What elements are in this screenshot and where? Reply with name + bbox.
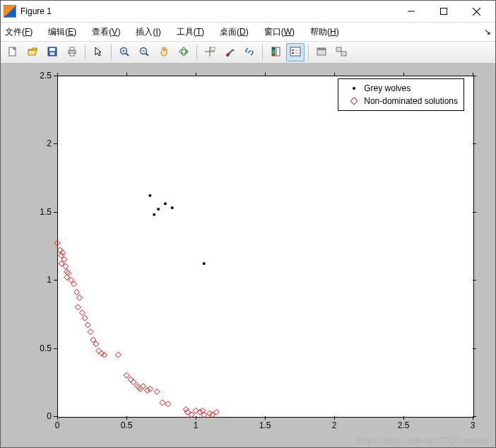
- save-button[interactable]: [43, 43, 61, 61]
- svg-rect-10: [70, 47, 74, 50]
- svg-rect-11: [70, 53, 74, 56]
- new-button[interactable]: [4, 43, 22, 61]
- data-point: [115, 352, 121, 358]
- toolbar-separator: [111, 45, 112, 60]
- toolbar-separator: [262, 45, 263, 60]
- data-point: [79, 310, 85, 315]
- svg-marker-12: [95, 47, 101, 56]
- plot-svg: [1, 63, 495, 448]
- menu-w[interactable]: 窗口(W): [264, 26, 295, 38]
- toolbar-separator: [85, 45, 85, 60]
- pointer-icon: [93, 46, 104, 59]
- colorbar-button[interactable]: [266, 43, 285, 61]
- rotate3d-button[interactable]: [175, 43, 193, 61]
- svg-rect-39: [336, 47, 341, 52]
- data-point: [54, 240, 60, 246]
- data-point: [148, 194, 151, 197]
- pointer-button[interactable]: [89, 43, 107, 61]
- show-tools-button[interactable]: [332, 43, 350, 61]
- svg-rect-38: [317, 48, 326, 50]
- menu-e[interactable]: 编辑(E): [48, 26, 76, 38]
- new-icon: [7, 46, 18, 59]
- close-button[interactable]: [460, 1, 492, 21]
- save-icon: [47, 46, 58, 59]
- data-point: [164, 202, 167, 205]
- zoom-out-button[interactable]: [135, 43, 153, 61]
- svg-line-28: [248, 50, 251, 53]
- svg-rect-32: [290, 47, 300, 56]
- svg-rect-31: [276, 47, 280, 56]
- brush-button[interactable]: [220, 43, 239, 61]
- open-button[interactable]: [23, 43, 42, 61]
- data-point: [131, 379, 136, 385]
- print-icon: [66, 46, 78, 59]
- data-point: [73, 290, 79, 295]
- svg-rect-29: [272, 47, 275, 56]
- figure-window: Figure 1 文件(F)编辑(E)查看(V)插入(I)工具(T)桌面(D)窗…: [0, 0, 496, 448]
- dock-arrow-icon[interactable]: ↘: [484, 27, 491, 37]
- link-icon: [244, 46, 255, 59]
- svg-rect-40: [341, 52, 346, 56]
- legend-button[interactable]: [286, 43, 305, 61]
- hide-tools-icon: [316, 46, 327, 59]
- menu-f[interactable]: 文件(F): [5, 26, 33, 38]
- figure-canvas: 00.511.522.5300.511.522.5 Grey wolvesNon…: [1, 63, 495, 447]
- svg-rect-25: [211, 47, 215, 50]
- zoom-out-icon: [138, 46, 150, 59]
- data-point: [96, 348, 102, 353]
- svg-line-26: [229, 49, 233, 54]
- figure-title: Figure 1: [20, 6, 395, 16]
- zoom-in-icon: [119, 46, 130, 59]
- data-cursor-icon: [204, 46, 215, 59]
- pan-button[interactable]: [155, 43, 173, 61]
- minimize-button[interactable]: [395, 1, 427, 21]
- toolbar-separator: [196, 45, 197, 60]
- svg-rect-7: [49, 48, 55, 51]
- data-point: [144, 387, 150, 393]
- svg-line-14: [126, 53, 129, 56]
- data-cursor-button[interactable]: [201, 43, 219, 61]
- data-point: [124, 372, 129, 378]
- data-point: [165, 401, 171, 407]
- data-point: [76, 295, 82, 300]
- data-point: [102, 352, 107, 358]
- data-point: [154, 389, 160, 394]
- brush-icon: [224, 46, 235, 59]
- data-point: [82, 315, 88, 321]
- data-point: [160, 400, 165, 406]
- maximize-button[interactable]: [427, 1, 460, 21]
- menu-d[interactable]: 桌面(D): [220, 26, 249, 38]
- show-tools-icon: [336, 46, 347, 59]
- colorbar-icon: [270, 46, 281, 59]
- svg-line-18: [146, 53, 148, 56]
- toolbar: [1, 42, 495, 64]
- svg-rect-8: [50, 52, 54, 55]
- open-icon: [27, 46, 38, 59]
- svg-point-21: [182, 47, 186, 56]
- data-point: [128, 377, 134, 382]
- data-point: [157, 208, 160, 211]
- print-button[interactable]: [63, 43, 81, 61]
- data-point: [171, 206, 174, 209]
- menu-t[interactable]: 工具(T): [177, 26, 204, 38]
- data-point: [207, 411, 213, 416]
- data-point: [153, 213, 155, 216]
- zoom-in-button[interactable]: [115, 43, 134, 61]
- link-button[interactable]: [240, 43, 259, 61]
- menu-i[interactable]: 插入(I): [136, 26, 160, 38]
- menu-v[interactable]: 查看(V): [92, 26, 120, 38]
- hide-tools-button[interactable]: [312, 43, 331, 61]
- rotate3d-icon: [178, 46, 189, 59]
- pan-icon: [158, 46, 170, 59]
- data-point: [88, 329, 93, 334]
- svg-rect-1: [441, 8, 447, 15]
- legend-icon: [290, 46, 301, 59]
- data-point: [57, 247, 63, 253]
- data-point: [203, 262, 206, 265]
- data-point: [147, 386, 153, 391]
- data-point: [75, 305, 81, 310]
- menu-h[interactable]: 帮助(H): [310, 26, 339, 38]
- matlab-figure-icon: [4, 5, 16, 18]
- data-point: [99, 350, 105, 356]
- titlebar: Figure 1: [1, 1, 495, 23]
